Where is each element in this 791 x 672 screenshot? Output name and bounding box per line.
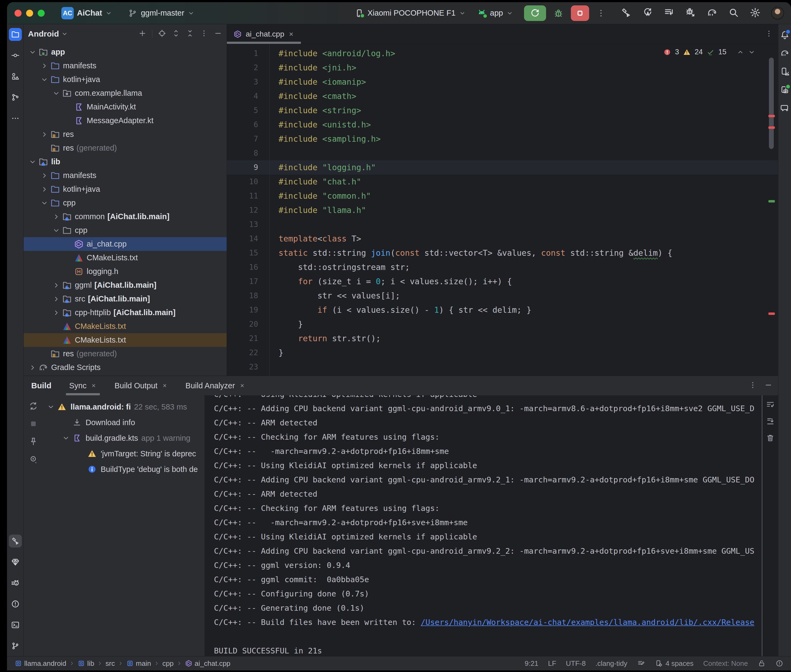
project-tool-button[interactable] <box>9 28 22 41</box>
resource-manager-button[interactable] <box>9 70 22 83</box>
prev-issue-button[interactable] <box>736 48 744 56</box>
unlock-icon[interactable] <box>757 659 766 667</box>
code-area[interactable]: 1 #include <android/log.h> 2 #include <j… <box>227 44 778 376</box>
chevron-down-icon[interactable] <box>40 199 50 207</box>
tree-row-res[interactable]: res (generated) <box>24 347 226 361</box>
editor-tab[interactable]: ai_chat.cpp <box>227 24 301 44</box>
chevron-down-icon[interactable] <box>47 403 57 411</box>
chevron-down-icon[interactable] <box>52 226 62 235</box>
filter-button[interactable] <box>29 454 38 465</box>
chevron-right-icon[interactable] <box>29 363 38 372</box>
editor-options-button[interactable] <box>765 29 773 39</box>
gradle-tool-button[interactable] <box>780 48 789 59</box>
code-line-17[interactable]: 17 for (size_t i = 0; i < values.size();… <box>227 274 778 288</box>
more-tool-windows-button[interactable] <box>9 112 22 125</box>
rerun-app-button[interactable] <box>524 5 546 21</box>
error-stripe-mark[interactable] <box>769 312 775 315</box>
build-variants-button[interactable] <box>663 7 675 19</box>
code-line-9[interactable]: 9 #include "logging.h" <box>227 160 778 174</box>
chevron-right-icon[interactable] <box>52 281 62 290</box>
chevron-right-icon[interactable] <box>40 130 50 139</box>
code-line-14[interactable]: 14 template<class T> <box>227 232 778 246</box>
chevron-down-icon[interactable] <box>62 434 72 442</box>
tree-row-res[interactable]: res <box>24 128 226 141</box>
problems-button[interactable] <box>9 597 22 610</box>
line-ending[interactable]: LF <box>548 659 556 668</box>
resync-button[interactable] <box>29 401 38 412</box>
minimize-window-button[interactable] <box>26 10 33 17</box>
code-line-18[interactable]: 18 str << values[i]; <box>227 288 778 303</box>
gradle-sync-button[interactable] <box>706 7 718 19</box>
tree-row-MessageAdapter.kt[interactable]: MessageAdapter.kt <box>24 114 226 128</box>
editor-scrollbar[interactable] <box>769 58 774 149</box>
soft-wrap-button[interactable] <box>766 400 775 410</box>
breadcrumb-ai_chat.cpp[interactable]: ai_chat.cpp <box>185 659 230 668</box>
tree-row-cpp-httplib[interactable]: cpp-httplib [AiChat.lib.main] <box>24 306 226 320</box>
build-console[interactable]: C/C++: -- Using KleidiAI optimized kerne… <box>205 395 762 656</box>
sync-row-BuildType 'debug' is[interactable]: BuildType 'debug' is both de <box>43 461 205 477</box>
breadcrumb-lib[interactable]: lib <box>77 659 94 668</box>
running-devices-button[interactable] <box>780 85 789 96</box>
vcs-graph-button[interactable] <box>9 91 22 104</box>
tree-row-ggml[interactable]: ggml [AiChat.lib.main] <box>24 278 226 292</box>
chevron-down-icon[interactable] <box>61 30 68 37</box>
close-icon[interactable] <box>288 31 294 37</box>
gemini-button[interactable] <box>780 103 789 114</box>
tree-row-cpp[interactable]: cpp <box>24 224 226 237</box>
tree-row-app[interactable]: app <box>24 45 226 59</box>
code-line-11[interactable]: 11 #include "common.h" <box>227 189 778 203</box>
terminal-button[interactable] <box>9 619 22 631</box>
code-line-7[interactable]: 7 #include <sampling.h> <box>227 132 778 146</box>
sync-row-llama.android: fi[interactable]: llama.android: fi 22 sec, 583 ms <box>43 399 205 414</box>
chevron-down-icon[interactable] <box>40 75 50 84</box>
tree-row-common[interactable]: common [AiChat.lib.main] <box>24 210 226 224</box>
panel-options-button[interactable] <box>200 29 208 39</box>
error-stripe-mark[interactable] <box>769 115 775 117</box>
code-line-15[interactable]: 15 static std::string join(const std::ve… <box>227 246 778 260</box>
tree-row-manifests[interactable]: manifests <box>24 169 226 182</box>
clear-console-button[interactable] <box>766 434 775 444</box>
chevron-right-icon[interactable] <box>40 171 50 180</box>
tree-row-MainActivity.kt[interactable]: MainActivity.kt <box>24 100 226 114</box>
attach-debugger-button[interactable] <box>685 7 696 19</box>
sync-row-Download info[interactable]: Download info <box>43 414 205 430</box>
inspections-status-icon[interactable] <box>775 659 783 667</box>
indent-setting[interactable]: 4 spaces <box>655 659 693 668</box>
stop-app-button[interactable] <box>571 5 589 21</box>
chevron-down-icon[interactable] <box>52 89 62 98</box>
build-options-button[interactable] <box>748 381 757 390</box>
avatar[interactable] <box>771 7 784 20</box>
code-line-21[interactable]: 21 return str.str(); <box>227 331 778 346</box>
change-stripe-mark[interactable] <box>769 200 775 203</box>
code-line-4[interactable]: 4 #include <cmath> <box>227 89 778 103</box>
code-line-23[interactable]: 23 <box>227 360 778 374</box>
code-line-10[interactable]: 10 #include "chat.h" <box>227 174 778 189</box>
chevron-right-icon[interactable] <box>40 62 50 70</box>
formatter-icon[interactable] <box>637 659 645 667</box>
context[interactable]: Context: None <box>703 659 748 668</box>
caret-position[interactable]: 9:21 <box>525 659 539 668</box>
code-line-12[interactable]: 12 #include "llama.h" <box>227 203 778 217</box>
tree-row-res[interactable]: res (generated) <box>24 141 226 155</box>
add-button[interactable] <box>138 29 147 39</box>
expand-all-button[interactable] <box>172 29 180 39</box>
breadcrumb-cpp[interactable]: cpp <box>162 659 173 668</box>
branch-selector[interactable]: ggml-master <box>128 8 194 18</box>
tree-row-com.example.llama[interactable]: com.example.llama <box>24 86 226 100</box>
sync-row-'jvmTarget: String'[interactable]: 'jvmTarget: String' is deprec <box>43 446 205 461</box>
run-configuration-selector[interactable]: app <box>477 8 513 18</box>
code-line-19[interactable]: 19 if (i < values.size() - 1) { str << d… <box>227 303 778 317</box>
pin-button[interactable] <box>29 437 38 448</box>
tree-row-src[interactable]: src [AiChat.lib.main] <box>24 292 226 306</box>
code-line-2[interactable]: 2 #include <jni.h> <box>227 61 778 75</box>
tree-row-manifests[interactable]: manifests <box>24 59 226 73</box>
zoom-window-button[interactable] <box>38 10 45 17</box>
notifications-button[interactable] <box>780 30 789 41</box>
code-line-20[interactable]: 20 } <box>227 317 778 331</box>
build-tab-build-output[interactable]: Build Output <box>107 376 175 395</box>
code-line-6[interactable]: 6 #include <unistd.h> <box>227 117 778 132</box>
build-tool-button[interactable] <box>9 534 22 547</box>
code-line-3[interactable]: 3 #include <iomanip> <box>227 75 778 89</box>
logcat-button[interactable] <box>9 576 22 589</box>
tree-row-logging.h[interactable]: logging.h <box>24 265 226 278</box>
